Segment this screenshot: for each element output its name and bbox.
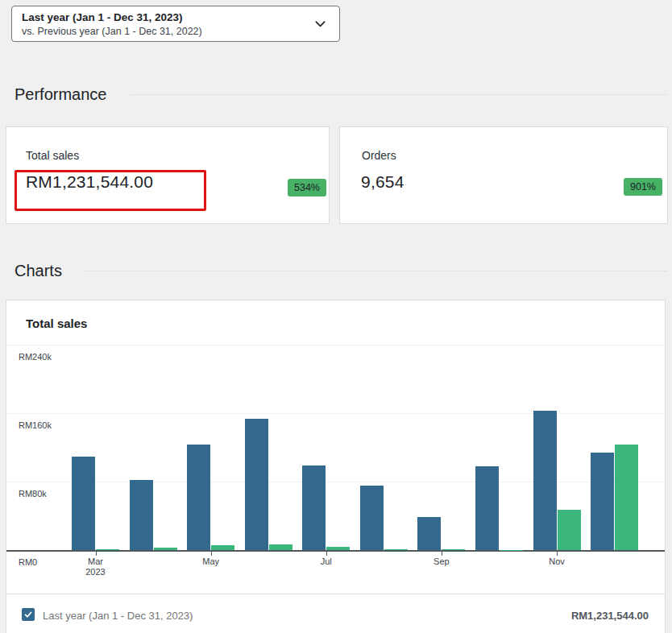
performance-section-header: Performance bbox=[15, 85, 667, 104]
x-tick-Sep bbox=[442, 552, 442, 556]
orders-delta-badge: 901% bbox=[624, 178, 662, 196]
x-axis-label-Mar: Mar2023 bbox=[68, 556, 124, 577]
bar-Aug-current bbox=[360, 486, 384, 550]
x-tick-Jul bbox=[326, 552, 327, 556]
chevron-down-icon bbox=[314, 18, 326, 33]
y-axis-label-RM0: RM0 bbox=[19, 557, 37, 567]
bar-Jun-current bbox=[245, 419, 268, 550]
charts-section-header: Charts bbox=[15, 262, 667, 280]
summary-card-total-sales[interactable]: Total sales RM1,231,544.00 bbox=[6, 126, 330, 224]
chart-plot: RM0RM80kRM160kRM240kMar2023MayJulSepNov bbox=[6, 300, 665, 592]
bar-Jun-previous bbox=[269, 544, 292, 550]
gridline-RM160k bbox=[6, 413, 665, 414]
summary-card-orders[interactable]: Orders 9,654 bbox=[339, 126, 668, 224]
total-sales-label: Total sales bbox=[26, 149, 79, 162]
bar-Apr-previous bbox=[154, 548, 177, 550]
gridline-RM240k bbox=[6, 345, 665, 345]
analytics-overview-page: Last year (Jan 1 - Dec 31, 2023) vs. Pre… bbox=[0, 0, 672, 633]
gridline-RM80k bbox=[6, 482, 665, 482]
bar-Mar-current bbox=[72, 457, 95, 550]
total-sales-delta-badge: 534% bbox=[288, 179, 326, 197]
bar-May-current bbox=[187, 445, 210, 550]
bar-Jul-previous bbox=[326, 547, 350, 550]
total-sales-chart-card: Total sales RM0RM80kRM160kRM240kMar2023M… bbox=[6, 300, 666, 633]
bar-Sep-current bbox=[417, 517, 441, 550]
legend-checkbox-checked[interactable] bbox=[22, 608, 35, 621]
y-axis-label-RM160k: RM160k bbox=[19, 420, 52, 430]
y-axis-label-RM80k: RM80k bbox=[19, 489, 47, 499]
legend-label: Last year (Jan 1 - Dec 31, 2023) bbox=[43, 610, 193, 622]
x-axis-line bbox=[6, 550, 665, 552]
bar-Dec-previous bbox=[615, 445, 638, 550]
bar-Dec-current bbox=[591, 453, 614, 550]
legend-total-value: RM1,231,544.00 bbox=[571, 610, 649, 622]
orders-value: 9,654 bbox=[361, 172, 404, 192]
chart-legend-row[interactable]: Last year (Jan 1 - Dec 31, 2023) RM1,231… bbox=[6, 594, 665, 633]
bar-Oct-current bbox=[475, 466, 499, 550]
x-axis-label-Jul: Jul bbox=[298, 556, 355, 567]
x-tick-May bbox=[211, 552, 212, 556]
bar-May-previous bbox=[211, 545, 234, 550]
x-axis-label-Sep: Sep bbox=[413, 556, 470, 567]
performance-heading-rule bbox=[130, 94, 668, 95]
x-axis-year-label: 2023 bbox=[68, 567, 124, 577]
bar-Nov-current bbox=[533, 411, 557, 550]
x-axis-label-Nov: Nov bbox=[529, 556, 585, 567]
charts-heading-rule bbox=[85, 271, 667, 271]
x-axis-label-May: May bbox=[183, 556, 239, 567]
bar-Mar-previous bbox=[96, 549, 119, 550]
y-axis-label-RM240k: RM240k bbox=[19, 352, 52, 362]
date-range-comparison: vs. Previous year (Jan 1 - Dec 31, 2022) bbox=[22, 25, 307, 38]
bar-Aug-previous bbox=[384, 549, 408, 550]
date-range-primary: Last year (Jan 1 - Dec 31, 2023) bbox=[22, 10, 307, 25]
date-range-selector[interactable]: Last year (Jan 1 - Dec 31, 2023) vs. Pre… bbox=[11, 6, 340, 42]
x-tick-Nov bbox=[557, 552, 558, 556]
orders-label: Orders bbox=[362, 149, 396, 162]
charts-heading: Charts bbox=[15, 262, 62, 280]
x-tick-Mar bbox=[96, 552, 97, 556]
bar-Jul-current bbox=[302, 465, 326, 550]
bar-Sep-previous bbox=[442, 549, 465, 550]
bar-Apr-current bbox=[130, 480, 153, 550]
total-sales-value: RM1,231,544.00 bbox=[26, 172, 153, 192]
performance-heading: Performance bbox=[15, 85, 107, 104]
bar-Nov-previous bbox=[558, 510, 581, 550]
